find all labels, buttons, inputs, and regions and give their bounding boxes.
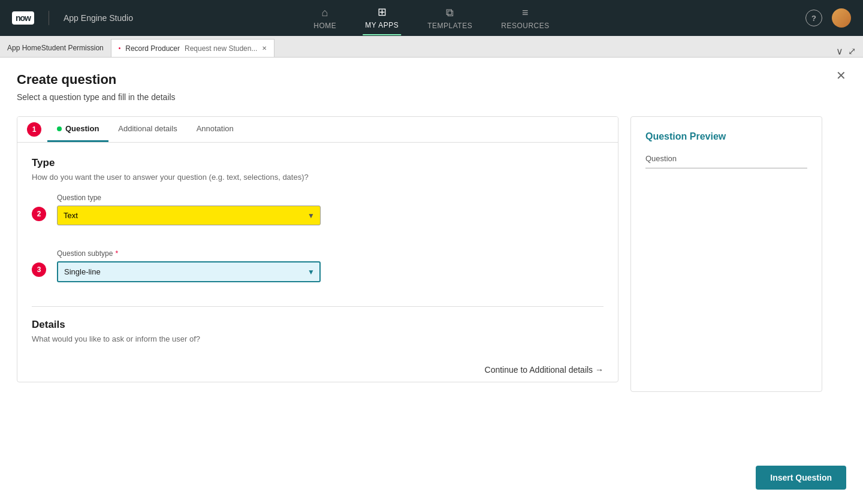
question-type-select-wrapper: Text Choice Date/Time Lookup Container C… [57,206,321,225]
question-tab-label: Question [65,124,99,133]
templates-icon: ⧉ [446,7,454,19]
question-type-field-row: 2 Question type Text Choice Date/Time Lo… [32,194,604,237]
body-layout: 1 Question Additional details Annotation [17,116,822,392]
required-star: * [115,249,118,258]
nav-right: ? [805,8,851,28]
panel-content: Type How do you want the user to answer … [17,143,618,358]
insert-question-button[interactable]: Insert Question [756,466,846,490]
question-subtype-field: Question subtype * Single-line Multi-lin… [57,249,604,282]
resources-icon: ≡ [522,7,529,19]
apps-icon: ⊞ [378,5,387,19]
details-section-desc: What would you like to ask or inform the… [32,334,604,343]
nav-home-label: HOME [313,22,336,30]
nav-divider [49,11,49,25]
preview-input-line [645,168,807,168]
nav-my-apps-label: MY APPS [365,21,399,29]
dialog-subtitle: Select a question type and fill in the d… [17,92,822,102]
question-subtype-select[interactable]: Single-line Multi-line Email URL Number … [57,261,321,282]
main-panel: 1 Question Additional details Annotation [17,116,618,382]
now-logo: now [12,11,34,25]
app-title: App Engine Studio [64,13,133,23]
tab-bar-right: ∨ ⤢ [829,46,863,57]
user-avatar[interactable] [832,8,851,28]
nav-templates[interactable]: ⧉ TEMPLATES [425,2,475,35]
step-3-badge-container: 3 [32,262,50,277]
home-icon: ⌂ [322,7,328,19]
tab-question[interactable]: Question [47,117,108,142]
preview-title: Question Preview [645,131,807,142]
continue-row: Continue to Additional details → [17,358,618,382]
nav-center: ⌂ HOME ⊞ MY APPS ⧉ TEMPLATES ≡ RESOURCES [311,1,551,35]
question-type-field: Question type Text Choice Date/Time Look… [57,194,604,225]
continue-button[interactable]: Continue to Additional details → [485,365,604,375]
question-type-label: Question type [57,194,604,202]
preview-question-label: Question [645,154,807,163]
details-section-title: Details [32,319,604,331]
question-subtype-select-wrapper: Single-line Multi-line Email URL Number … [57,261,321,282]
question-subtype-field-row: 3 Question subtype * Single-line Multi-l… [32,249,604,294]
nav-templates-label: TEMPLATES [427,22,472,30]
record-producer-tab[interactable]: • Record Producer Request new Studen... … [111,39,275,57]
question-tab-dot [57,126,62,131]
main-content: Create question ✕ Select a question type… [0,58,863,504]
step-2-badge: 2 [32,207,46,221]
question-subtype-label: Question subtype * [57,249,604,258]
dialog-close-button[interactable]: ✕ [836,70,846,82]
section-divider [32,306,604,307]
type-section-desc: How do you want the user to answer your … [32,173,604,182]
step-3-badge: 3 [32,262,46,277]
type-section-title: Type [32,157,604,169]
additional-details-tab-label: Additional details [118,124,177,133]
chevron-down-icon[interactable]: ∨ [836,46,843,57]
step-2-badge-container: 2 [32,207,50,221]
dialog-container: Create question ✕ Select a question type… [0,58,839,406]
record-producer-tab-subtitle: Request new Studen... [185,44,257,53]
top-navigation: now App Engine Studio ⌂ HOME ⊞ MY APPS ⧉… [0,0,863,36]
record-producer-tab-label: Record Producer [125,44,180,53]
preview-panel: Question Preview Question [630,116,822,392]
nav-home[interactable]: ⌂ HOME [311,2,339,35]
tab-additional-details[interactable]: Additional details [108,117,186,142]
annotation-tab-label: Annotation [197,124,234,133]
close-tab-icon[interactable]: ✕ [262,45,267,52]
nav-resources-label: RESOURCES [501,22,550,30]
question-type-select[interactable]: Text Choice Date/Time Lookup Container C… [57,206,321,225]
panel-tabs-row: 1 Question Additional details Annotation [17,117,618,143]
preview-content: Question [645,154,807,168]
logo-area: now App Engine Studio [12,11,133,25]
record-producer-tab-dot: • [119,45,121,52]
step-1-badge: 1 [27,122,41,137]
breadcrumb-tab[interactable]: App Home Student Permission [0,39,111,57]
breadcrumb-student-permission: Student Permission [41,44,104,52]
tab-annotation[interactable]: Annotation [187,117,243,142]
tab-bar: App Home Student Permission • Record Pro… [0,36,863,58]
step-1-badge-container: 1 [27,122,45,137]
dialog-title: Create question [17,72,822,87]
nav-resources[interactable]: ≡ RESOURCES [499,2,552,35]
nav-my-apps[interactable]: ⊞ MY APPS [363,1,401,35]
expand-icon[interactable]: ⤢ [848,46,856,57]
insert-button-row: Insert Question [756,466,846,490]
help-button[interactable]: ? [805,10,822,26]
breadcrumb-app-home: App Home [7,44,41,52]
